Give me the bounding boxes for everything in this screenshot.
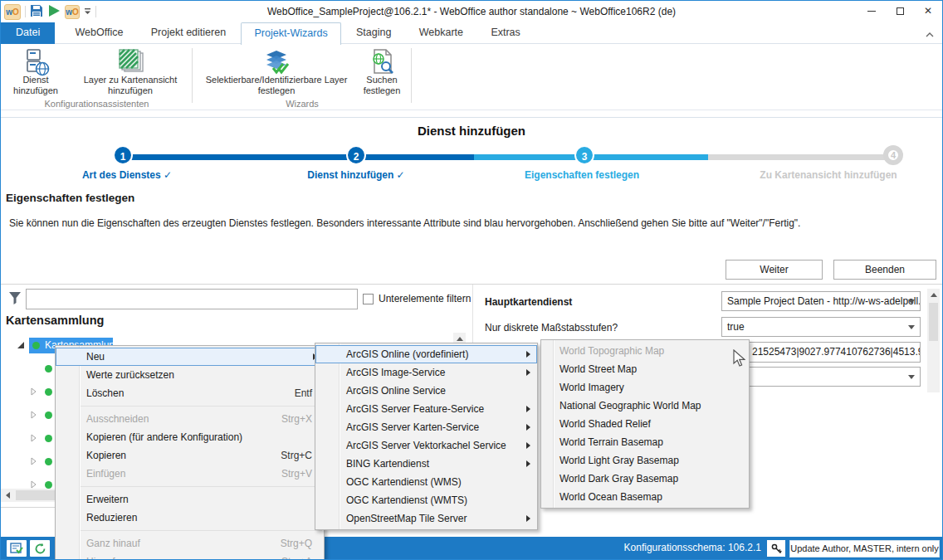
tree-title: Kartensammlung — [6, 314, 104, 327]
service-submenu: ArcGIS Online (vordefiniert) ArcGIS Imag… — [315, 343, 538, 530]
suchen-festlegen-button[interactable]: Suchen festlegen — [355, 46, 408, 98]
tab-projekt-editieren[interactable]: Projekt editieren — [139, 22, 238, 44]
divider — [95, 6, 96, 17]
submenu-arrow-icon — [526, 406, 530, 412]
form-check-icon — [10, 543, 23, 554]
menu-item-world-ocean-basemap[interactable]: World Ocean Basemap — [541, 488, 749, 506]
status-dot-icon — [45, 458, 52, 465]
tab-webkarte[interactable]: Webkarte — [407, 22, 476, 44]
subelements-filter-checkbox[interactable] — [363, 294, 374, 304]
menu-item-werte-zuruecksetzen[interactable]: Werte zurücksetzen — [56, 366, 324, 384]
expander-closed-icon[interactable] — [31, 387, 37, 398]
hauptkartendienst-combobox[interactable]: Sample Project Daten - http://w-ws-adelp… — [721, 291, 921, 311]
key-button[interactable] — [767, 540, 785, 557]
form-check-button[interactable] — [7, 540, 27, 557]
menu-item-ausschneiden[interactable]: AusschneidenStrg+X — [56, 410, 324, 428]
scroll-up-icon[interactable] — [927, 289, 940, 301]
dienst-hinzufuegen-button[interactable]: Dienst hinzufügen — [4, 46, 67, 98]
section-heading: Eigenschaften festlegen — [6, 192, 134, 204]
weboffice-logo-icon[interactable]: wO — [4, 4, 21, 20]
weiter-button[interactable]: Weiter — [726, 260, 823, 280]
menu-separator — [81, 530, 322, 531]
selektierbare-layer-button[interactable]: Selektierbare/Identifizierbare Layer fes… — [199, 46, 354, 98]
menu-item-einfuegen[interactable]: EinfügenStrg+V — [56, 465, 324, 483]
filter-icon — [7, 290, 22, 308]
scrollbar-thumb[interactable] — [929, 303, 938, 341]
mouse-cursor — [733, 349, 745, 370]
submenu-arrow-icon — [526, 369, 530, 376]
menu-item-kopieren-andere-konfiguration[interactable]: Kopieren (für andere Konfiguration) — [56, 428, 324, 446]
menu-item-ogc-kartendienst-wmts[interactable]: OGC Kartendienst (WMTS) — [315, 491, 537, 509]
quick-access-toolbar: wO wO — [4, 2, 96, 21]
menu-item-world-topographic-map[interactable]: World Topographic Map — [541, 342, 749, 360]
tab-datei[interactable]: Datei — [1, 22, 55, 44]
minimize-button[interactable] — [857, 1, 886, 21]
menu-item-world-imagery[interactable]: World Imagery — [541, 378, 749, 397]
extent-textfield[interactable]: 21525473|9027.977410762736|4513.988 — [721, 342, 921, 363]
submenu-arrow-icon — [526, 351, 530, 358]
qat-customize-arrow-icon[interactable] — [84, 6, 91, 17]
expander-open-icon[interactable] — [17, 342, 24, 348]
properties-vertical-scrollbar[interactable] — [927, 289, 940, 392]
menu-item-hinauf[interactable]: HinaufStrg+A — [56, 553, 324, 560]
tab-extras[interactable]: Extras — [478, 22, 532, 44]
menu-item-world-terrain-basemap[interactable]: World Terrain Basemap — [541, 433, 749, 451]
schema-label: Konfigurationsschema: 106.2.1 — [624, 542, 761, 553]
maximize-button[interactable] — [886, 1, 914, 21]
tab-weboffice[interactable]: WebOffice — [63, 22, 136, 44]
status-dot-icon — [32, 342, 40, 349]
menu-item-world-light-gray-basemap[interactable]: World Light Gray Basemap — [541, 451, 749, 470]
window-controls: ✕ — [857, 1, 942, 21]
menu-item-world-street-map[interactable]: World Street Map — [541, 360, 749, 378]
status-dot-icon — [45, 365, 52, 373]
scroll-left-icon[interactable] — [2, 489, 14, 501]
empty-combobox[interactable] — [721, 367, 921, 387]
expander-closed-icon[interactable] — [31, 410, 37, 421]
layer-zu-kartenansicht-button[interactable]: Layer zu Kartenansicht hinzufügen — [69, 46, 192, 98]
status-dot-icon — [45, 481, 52, 489]
tab-projekt-wizards[interactable]: Projekt-Wizards — [241, 22, 340, 45]
menu-item-arcgis-server-karten-service[interactable]: ArcGIS Server Karten-Service — [315, 418, 537, 436]
beenden-button[interactable]: Beenden — [833, 260, 936, 280]
menu-item-neu[interactable]: Neu — [56, 348, 324, 366]
basemap-submenu: World Topographic Map World Street Map W… — [540, 339, 750, 509]
menu-item-arcgis-image-service[interactable]: ArcGIS Image-Service — [315, 363, 537, 382]
expander-closed-icon[interactable] — [31, 433, 37, 445]
wizard-step-2-circle: 2 — [346, 145, 366, 165]
menu-item-national-geographic-world-map[interactable]: National Geographic World Map — [541, 397, 749, 415]
menu-item-arcgis-online-vordefiniert[interactable]: ArcGIS Online (vordefiniert) — [315, 345, 537, 363]
submenu-arrow-icon — [526, 515, 530, 522]
menu-item-arcgis-server-vektorkachel-service[interactable]: ArcGIS Server Vektorkachel Service — [315, 436, 537, 455]
ribbon-tabs: Datei WebOffice Projekt editieren Projek… — [1, 22, 942, 44]
menu-item-bing-kartendienst[interactable]: BING Kartendienst — [315, 455, 537, 473]
property-label-massstabsstufen: Nur diskrete Maßstabsstufen? — [485, 322, 618, 334]
menu-item-world-dark-gray-basemap[interactable]: World Dark Gray Basemap — [541, 470, 749, 488]
save-icon[interactable] — [30, 4, 43, 20]
run-project-icon[interactable] — [47, 4, 61, 20]
wizard-step-3-circle: 3 — [574, 145, 594, 165]
tab-staging[interactable]: Staging — [344, 22, 403, 44]
close-button[interactable]: ✕ — [914, 1, 942, 21]
menu-item-ogc-kartendienst-wms[interactable]: OGC Kartendienst (WMS) — [315, 473, 537, 491]
massstabsstufen-combobox[interactable]: true — [721, 317, 921, 337]
menu-item-reduzieren[interactable]: Reduzieren — [56, 509, 324, 527]
menu-item-kopieren[interactable]: KopierenStrg+C — [56, 446, 324, 465]
weboffice-icon[interactable]: wO — [65, 5, 80, 19]
update-author-button[interactable]: Update Author, MASTER, intern only — [789, 540, 940, 558]
window-title: WebOffice_SampleProject@106.2.1* - WebOf… — [125, 1, 818, 22]
sync-button[interactable] — [30, 540, 50, 557]
expander-closed-icon[interactable] — [31, 456, 37, 468]
menu-item-arcgis-online-service[interactable]: ArcGIS Online Service — [315, 382, 537, 400]
ribbon-collapse-icon[interactable] — [926, 28, 934, 40]
menu-item-openstreetmap-tile-server[interactable]: OpenStreetMap Tile Server — [315, 509, 537, 528]
filter-input[interactable] — [26, 289, 358, 309]
search-define-icon — [355, 46, 408, 75]
menu-item-ganz-hinauf[interactable]: Ganz hinaufStrg+Q — [56, 534, 324, 553]
menu-item-world-shaded-relief[interactable]: World Shaded Relief — [541, 415, 749, 433]
wizard-step-3-label: Eigenschaften festlegen — [491, 169, 673, 181]
subelements-filter-label: Unterelemente filtern — [379, 293, 471, 304]
status-dot-icon — [45, 411, 52, 419]
menu-item-arcgis-server-feature-service[interactable]: ArcGIS Server Feature-Service — [315, 400, 537, 418]
menu-item-loeschen[interactable]: LöschenEntf — [56, 384, 324, 402]
menu-item-erweitern[interactable]: Erweitern — [56, 490, 324, 509]
